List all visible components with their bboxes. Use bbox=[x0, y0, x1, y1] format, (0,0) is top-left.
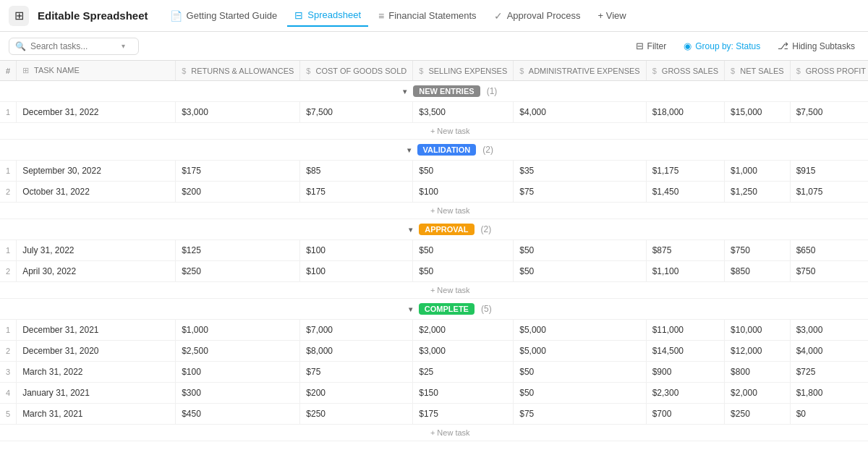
row-net-sales: $250 bbox=[725, 404, 791, 425]
table-row[interactable]: 2 October 31, 2022 $200 $175 $100 $75 $1… bbox=[0, 182, 868, 203]
search-wrap[interactable]: 🔍 ▾ bbox=[9, 38, 139, 55]
col-net-sales: $ NET SALES bbox=[725, 61, 791, 81]
table-row[interactable]: 2 April 30, 2022 $250 $100 $50 $50 $1,10… bbox=[0, 261, 868, 282]
row-gross-profit: $0 bbox=[790, 404, 868, 425]
row-gross-sales: $1,450 bbox=[646, 182, 724, 203]
row-selling: $100 bbox=[413, 182, 514, 203]
tab-financial-statements[interactable]: ≡ Financial Statements bbox=[371, 6, 484, 26]
row-gross-profit: $1,800 bbox=[790, 383, 868, 404]
group-by-button[interactable]: ◉ Group by: Status bbox=[679, 38, 765, 54]
row-returns: $450 bbox=[176, 404, 300, 425]
row-net-sales: $12,000 bbox=[725, 341, 791, 362]
table-row[interactable]: 2 December 31, 2020 $2,500 $8,000 $3,000… bbox=[0, 341, 868, 362]
table-row[interactable]: 5 March 31, 2021 $450 $250 $175 $75 $700… bbox=[0, 404, 868, 425]
row-num: 1 bbox=[0, 320, 17, 341]
col-cogs: $ COST OF GOODS SOLD bbox=[300, 61, 413, 81]
row-selling: $50 bbox=[413, 161, 514, 182]
row-task-name[interactable]: December 31, 2022 bbox=[17, 102, 176, 123]
group-count-validation: (2) bbox=[482, 145, 493, 155]
row-net-sales: $15,000 bbox=[725, 102, 791, 123]
row-task-name[interactable]: October 31, 2022 bbox=[17, 182, 176, 203]
col-gross-sales: $ GROSS SALES bbox=[646, 61, 724, 81]
row-task-name[interactable]: September 30, 2022 bbox=[17, 161, 176, 182]
filter-icon: ⊟ bbox=[636, 41, 644, 51]
row-task-name[interactable]: March 31, 2021 bbox=[17, 404, 176, 425]
row-returns: $1,000 bbox=[176, 320, 300, 341]
new-task-row-complete[interactable]: + New task bbox=[0, 425, 868, 441]
check-icon: ✓ bbox=[494, 10, 503, 22]
tab-getting-started[interactable]: 📄 Getting Started Guide bbox=[163, 6, 285, 26]
collapse-icon[interactable]: ▾ bbox=[409, 226, 412, 234]
row-gross-sales: $900 bbox=[646, 362, 724, 383]
col-returns: $ RETURNS & ALLOWANCES bbox=[176, 61, 300, 81]
row-task-name[interactable]: April 30, 2022 bbox=[17, 261, 176, 282]
subtask-icon: ⎇ bbox=[778, 41, 788, 51]
row-task-name[interactable]: July 31, 2022 bbox=[17, 240, 176, 261]
new-task-row-approval[interactable]: + New task bbox=[0, 282, 868, 299]
table-row[interactable]: 1 December 31, 2021 $1,000 $7,000 $2,000… bbox=[0, 320, 868, 341]
table-row[interactable]: 4 January 31, 2021 $300 $200 $150 $50 $2… bbox=[0, 383, 868, 404]
row-admin: $50 bbox=[514, 261, 646, 282]
list-icon: ≡ bbox=[378, 10, 384, 22]
task-name-icon: ⊞ bbox=[22, 66, 29, 75]
row-net-sales: $750 bbox=[725, 240, 791, 261]
row-gross-sales: $700 bbox=[646, 404, 724, 425]
table-row[interactable]: 3 March 31, 2022 $100 $75 $25 $50 $900 $… bbox=[0, 362, 868, 383]
spreadsheet-table: # ⊞ TASK NAME $ RETURNS & ALLOWANCES $ C… bbox=[0, 61, 868, 441]
row-net-sales: $2,000 bbox=[725, 383, 791, 404]
row-num: 2 bbox=[0, 182, 17, 203]
row-admin: $50 bbox=[514, 383, 646, 404]
row-task-name[interactable]: March 31, 2022 bbox=[17, 362, 176, 383]
search-input[interactable] bbox=[30, 41, 117, 51]
row-cogs: $175 bbox=[300, 182, 413, 203]
hiding-subtasks-button[interactable]: ⎇ Hiding Subtasks bbox=[773, 38, 859, 54]
col-admin: $ ADMINISTRATIVE EXPENSES bbox=[514, 61, 646, 81]
table-row[interactable]: 1 September 30, 2022 $175 $85 $50 $35 $1… bbox=[0, 161, 868, 182]
row-gross-profit: $915 bbox=[790, 161, 868, 182]
row-cogs: $85 bbox=[300, 161, 413, 182]
row-num: 1 bbox=[0, 102, 17, 123]
row-task-name[interactable]: December 31, 2021 bbox=[17, 320, 176, 341]
collapse-icon[interactable]: ▾ bbox=[409, 305, 412, 313]
chevron-down-icon: ▾ bbox=[122, 42, 125, 50]
row-selling: $175 bbox=[413, 404, 514, 425]
col-num: # bbox=[0, 61, 17, 81]
row-admin: $75 bbox=[514, 404, 646, 425]
new-task-row-validation[interactable]: + New task bbox=[0, 203, 868, 219]
page-icon: 📄 bbox=[170, 10, 182, 22]
group-header-complete: ▾ COMPLETE (5) bbox=[0, 299, 868, 320]
row-selling: $50 bbox=[413, 261, 514, 282]
top-nav: ⊞ Editable Spreadsheet 📄 Getting Started… bbox=[0, 0, 868, 32]
row-gross-sales: $1,175 bbox=[646, 161, 724, 182]
row-admin: $35 bbox=[514, 161, 646, 182]
table-row[interactable]: 1 July 31, 2022 $125 $100 $50 $50 $875 $… bbox=[0, 240, 868, 261]
group-header-approval: ▾ APPROVAL (2) bbox=[0, 219, 868, 240]
row-num: 4 bbox=[0, 383, 17, 404]
row-gross-sales: $1,100 bbox=[646, 261, 724, 282]
row-task-name[interactable]: December 31, 2020 bbox=[17, 341, 176, 362]
col-selling: $ SELLING EXPENSES bbox=[413, 61, 514, 81]
table-row[interactable]: 1 December 31, 2022 $3,000 $7,500 $3,500… bbox=[0, 102, 868, 123]
spreadsheet-icon: ⊟ bbox=[294, 9, 303, 21]
new-task-row-new-entries[interactable]: + New task bbox=[0, 123, 868, 140]
row-cogs: $75 bbox=[300, 362, 413, 383]
tab-approval-process[interactable]: ✓ Approval Process bbox=[487, 6, 588, 26]
tab-spreadsheet[interactable]: ⊟ Spreadsheet bbox=[287, 5, 368, 27]
row-selling: $3,500 bbox=[413, 102, 514, 123]
collapse-icon[interactable]: ▾ bbox=[403, 88, 407, 95]
row-num: 5 bbox=[0, 404, 17, 425]
dollar-icon-gross-sales: $ bbox=[652, 67, 657, 75]
col-gross-profit: $ GROSS PROFIT (LOSS) bbox=[790, 61, 868, 81]
status-badge-approval: APPROVAL bbox=[419, 224, 474, 235]
add-view-button[interactable]: + View bbox=[591, 6, 634, 25]
search-icon: 🔍 bbox=[15, 41, 26, 51]
group-count-complete: (5) bbox=[481, 304, 492, 314]
app-logo[interactable]: ⊞ bbox=[9, 6, 29, 26]
row-admin: $5,000 bbox=[514, 341, 646, 362]
row-gross-sales: $11,000 bbox=[646, 320, 724, 341]
dollar-icon-net-sales: $ bbox=[731, 67, 735, 75]
filter-button[interactable]: ⊟ Filter bbox=[631, 38, 671, 54]
row-gross-sales: $875 bbox=[646, 240, 724, 261]
collapse-icon[interactable]: ▾ bbox=[407, 146, 411, 154]
row-task-name[interactable]: January 31, 2021 bbox=[17, 383, 176, 404]
